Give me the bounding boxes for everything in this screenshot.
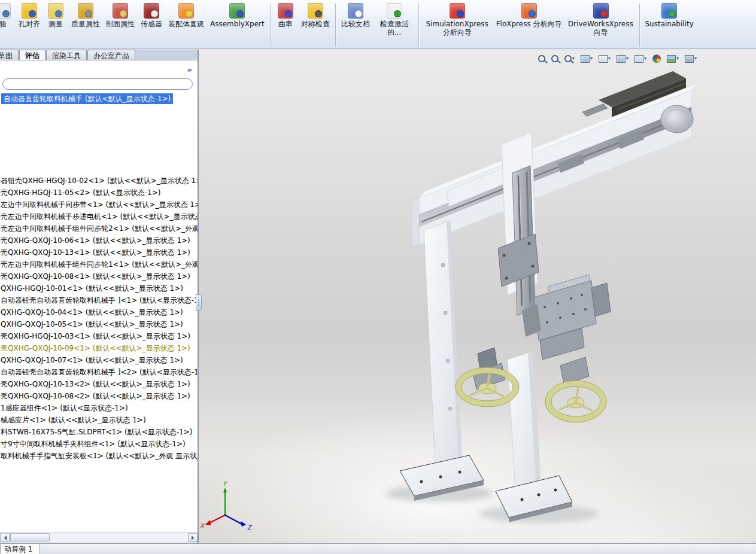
symmetry-check-icon	[308, 3, 323, 19]
toolbar-button-label: 装配体直观	[168, 20, 204, 29]
feature-tree-item[interactable]: QXHG-QXQJ-10-04<1> (默认<<默认>_显示状态 1>)	[1, 306, 198, 318]
coordinate-triad: Y X Z	[200, 480, 253, 531]
dropdown-caret-icon[interactable]: ▾	[572, 56, 575, 61]
feature-tree-item[interactable]: 自动器钮壳自动器直齿轮取料机械手 ]<2> (默认<显示状态-1>	[1, 366, 198, 378]
feature-tree-item[interactable]: QXHG-HGQJ-10-01<1> (默认<<默认>_显示状态 1>)	[1, 282, 198, 294]
feature-tree-item[interactable]: 壳QXHG-HGQJ-10-03<1> (默认<<默认>_显示状态 1>)	[1, 330, 198, 342]
icon-accent	[669, 10, 676, 17]
scroll-left-arrow-icon[interactable]	[0, 533, 10, 542]
commandmanager-tab[interactable]: 评估	[19, 50, 45, 60]
view-orientation-icon[interactable]: ▾	[598, 54, 611, 63]
hide-show-items-icon[interactable]: ▾	[634, 54, 647, 63]
icon-accent	[151, 10, 158, 17]
commandmanager-tab[interactable]: 办公室产品	[87, 50, 135, 60]
toolbar-button[interactable]: AssemblyXpert	[207, 2, 268, 30]
check-active-document-icon	[387, 3, 402, 19]
view-settings-icon[interactable]: ▾	[684, 54, 697, 63]
toolbar-button[interactable]: 曲率	[273, 2, 298, 30]
feature-tree-item[interactable]: 壳QXHG-QXQJ-10-06<1> (默认<<默认>_显示状态 1>)	[1, 235, 198, 246]
assemblyxpert-icon	[229, 3, 245, 19]
toolbar-button[interactable]: 对称检查	[298, 2, 333, 30]
toolbar-button-label: 传感器	[141, 20, 162, 29]
icon-accent	[55, 10, 62, 17]
feature-tree-item[interactable]: 左边中间取料机械手同步带<1> (默认<<默认>_显示状态 1>)	[1, 199, 198, 211]
dropdown-caret-icon[interactable]: ▾	[626, 56, 629, 61]
toolbar-button-label: 剖面属性	[106, 20, 135, 29]
feature-tree-item[interactable]: QXHG-QXQJ-10-05<1> (默认<<默认>_显示状态 1>)	[1, 318, 198, 330]
toolbar-button-label: 质量属性	[71, 20, 100, 29]
inspect-icon	[0, 3, 11, 19]
cad-model-robot-gantry[interactable]: Y X Z	[199, 50, 756, 543]
scrollbar-thumb[interactable]	[10, 533, 50, 541]
panel-splitter-handle[interactable]	[196, 294, 202, 311]
toolbar-button[interactable]: 比较文档	[338, 2, 373, 30]
dropdown-caret-icon[interactable]: ▾	[644, 56, 646, 61]
feature-tree-item[interactable]: 械感应片<1> (默认<<默认>_显示状态 1>)	[1, 414, 198, 426]
feature-tree-filter-input[interactable]	[2, 78, 193, 90]
commandmanager-tab[interactable]: 草图	[0, 50, 19, 60]
panel-horizontal-scrollbar[interactable]	[0, 532, 198, 542]
feature-tree-item[interactable]: 自动器钮壳自动器直齿轮取料机械手 ]<1> (默认<显示状态-1>	[1, 294, 198, 306]
feature-tree-item[interactable]: 壳QXHG-QXQJ-10-08<2> (默认<<默认>_显示状态 1>)	[1, 390, 198, 402]
feature-tree-item[interactable]: 壳QXHG-QXQJ-10-13<2> (默认<<默认>_显示状态 1>)	[1, 378, 198, 390]
compare-documents-icon	[348, 3, 363, 19]
scroll-right-arrow-icon[interactable]	[188, 533, 198, 542]
zoom-to-fit-icon[interactable]	[538, 54, 546, 63]
icon-accent	[85, 10, 92, 17]
display-style-icon[interactable]: ▾	[616, 54, 629, 63]
feature-tree-item[interactable]: 取料机械手手指气缸安装板<1> (默认<<默认>_外观 显示状态	[1, 450, 198, 462]
feature-tree-item[interactable]: 壳左边中间取料机械手组件同步轮2<1> (默认<<默认>_外观	[1, 223, 198, 235]
toolbar-button[interactable]: DriveWorksXpress 向导	[565, 2, 637, 38]
commandmanager-tab[interactable]: 渲染工具	[46, 50, 87, 60]
dropdown-caret-icon[interactable]: ▾	[608, 56, 611, 61]
toolbar-button[interactable]: 剖面属性	[103, 2, 138, 30]
feature-tree-list: 器钮壳QXHG-HGQJ-10-02<1> (默认<<默认>_显示状态 1>)壳…	[1, 175, 198, 462]
icon-accent	[529, 10, 536, 17]
toolbar-button[interactable]: 测量	[43, 2, 68, 30]
feature-tree-item[interactable]: 料STWB-16X75-S气缸.SLDPRT<1> (默认<显示状态-1>)	[1, 426, 198, 438]
dropdown-caret-icon[interactable]: ▾	[694, 56, 697, 61]
toolbar-button[interactable]: 验	[0, 2, 16, 30]
toolbar-button[interactable]: 质量属性	[68, 2, 103, 30]
toolbar-button[interactable]: 孔对齐	[16, 2, 43, 30]
previous-view-icon[interactable]: ▾	[564, 54, 575, 63]
feature-tree-item[interactable]: 壳QXHG-HGQJ-11-05<2> (默认<显示状态-1>)	[1, 187, 198, 199]
motion-study-tab[interactable]: 动算例 1	[0, 544, 40, 554]
toolbar-button[interactable]: SimulationXpress 分析向导	[421, 2, 493, 38]
toolbar-button-label: AssemblyXpert	[210, 20, 265, 29]
apply-scene-icon[interactable]: ▾	[666, 54, 679, 63]
toolbar-separator	[418, 4, 419, 47]
section-view-icon[interactable]: ▾	[580, 54, 593, 63]
feature-tree-item[interactable]: 1感应器组件<1> (默认<显示状态-1>)	[1, 402, 198, 414]
feature-tree-item[interactable]: 壳左边中间取料机械手组件同步轮1<1> (默认<<默认>_外观	[1, 258, 198, 270]
toolbar-button[interactable]: 传感器	[138, 2, 165, 30]
dropdown-caret-icon[interactable]: ▾	[590, 56, 593, 61]
view-settings-icon-glyph	[685, 55, 694, 63]
graphics-viewport[interactable]: Y X Z ▾▾▾▾▾▾▾	[199, 50, 756, 543]
icon-accent	[29, 10, 36, 17]
toolbar-button[interactable]: FloXpress 分析向导	[493, 2, 565, 30]
toolbar-button[interactable]: 检查激活的...	[373, 2, 416, 38]
toolbar-button[interactable]: 装配体直观	[165, 2, 207, 30]
measure-icon	[48, 3, 63, 19]
feature-tree-item[interactable]: 壳QXHG-QXQJ-10-13<1> (默认<<默认>_显示状态 1>)	[1, 246, 198, 258]
section-view-icon-glyph	[581, 55, 590, 63]
toolbar-button-label: 曲率	[278, 20, 293, 29]
zoom-to-area-icon-glyph	[551, 55, 558, 62]
feature-tree-item[interactable]: QXHG-QXQJ-10-07<1> (默认<<默认>_显示状态 1>)	[1, 354, 198, 366]
mass-properties-icon	[78, 3, 93, 19]
toolbar-button-label: 孔对齐	[19, 20, 40, 29]
feature-tree-item[interactable]: 寸9寸中间取料机械手夹料组件<1> (默认<显示状态-1>)	[1, 438, 198, 450]
edit-appearance-icon[interactable]	[652, 54, 661, 63]
toolbar-button-label: DriveWorksXpress 向导	[568, 20, 634, 37]
feature-tree-item[interactable]: 壳QXHG-QXQJ-10-08<1> (默认<<默认>_显示状态 1>)	[1, 270, 198, 282]
dropdown-caret-icon[interactable]: ▾	[676, 56, 679, 61]
toolbar-button[interactable]: Sustainability	[642, 2, 697, 30]
feature-tree-item[interactable]: 壳左边中间取料机械手步进电机<1> (默认<<默认>_显示状态	[1, 211, 198, 223]
feature-tree-item[interactable]: 壳QXHG-QXQJ-10-09<1> (默认<<默认>_显示状态 1>)	[1, 342, 198, 354]
zoom-to-fit-icon-glyph	[538, 55, 545, 62]
feature-tree-root-item[interactable]: 自动器直齿轮取料机械手 (默认<默认_显示状态-1>)	[1, 93, 173, 104]
panel-collapse-chevron-icon[interactable]: »	[187, 65, 192, 74]
feature-tree-item[interactable]: 器钮壳QXHG-HGQJ-10-02<1> (默认<<默认>_显示状态 1>)	[1, 175, 198, 187]
zoom-to-area-icon[interactable]	[551, 54, 559, 63]
